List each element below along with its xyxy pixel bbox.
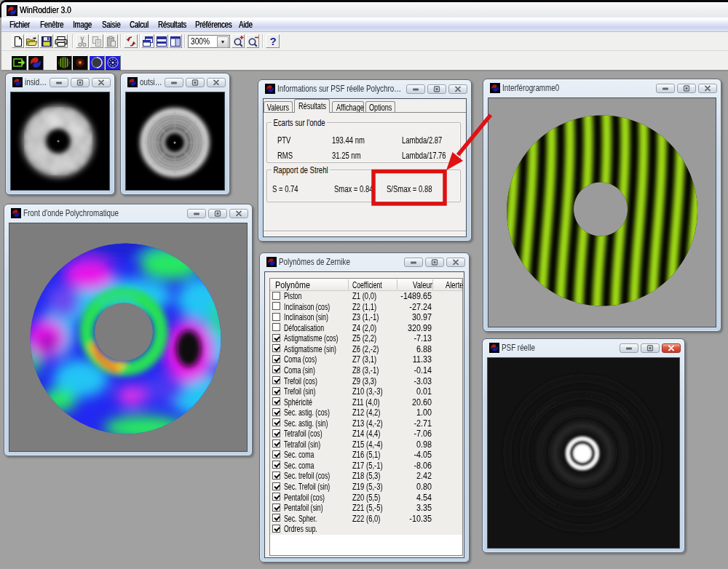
svg-text:?: ? (269, 36, 276, 47)
